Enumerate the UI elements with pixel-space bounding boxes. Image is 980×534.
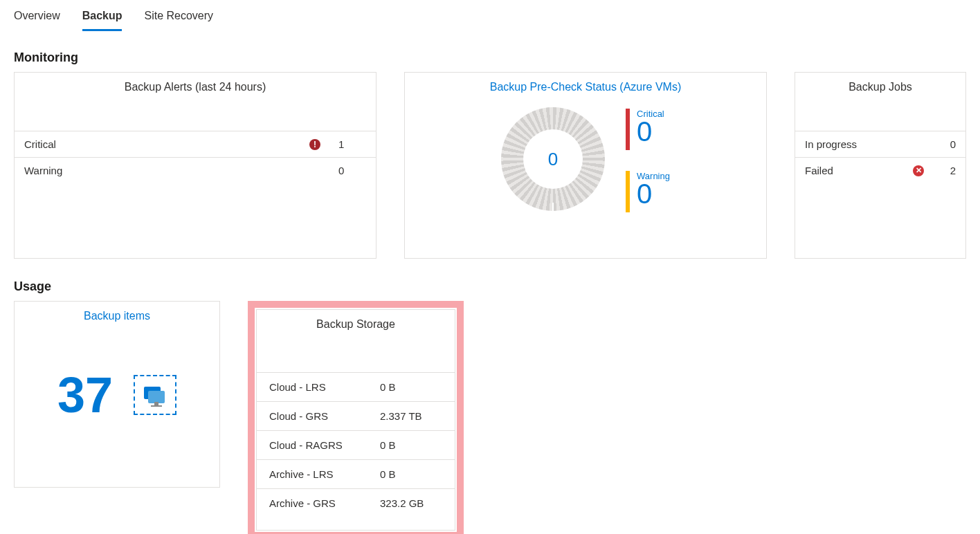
svg-rect-3 bbox=[151, 405, 162, 407]
storage-value: 2.337 TB bbox=[380, 410, 442, 422]
storage-row[interactable]: Cloud - LRS 0 B bbox=[257, 372, 455, 401]
section-usage-title: Usage bbox=[14, 279, 966, 294]
storage-row[interactable]: Archive - GRS 323.2 GB bbox=[257, 488, 455, 517]
card-title-storage: Backup Storage bbox=[257, 310, 455, 338]
svg-rect-1 bbox=[148, 391, 165, 403]
alerts-row-value: 1 bbox=[325, 138, 366, 150]
jobs-row-label: Failed bbox=[805, 165, 909, 176]
card-title-jobs: Backup Jobs bbox=[795, 73, 965, 100]
legend-critical[interactable]: Critical 0 bbox=[626, 109, 670, 150]
jobs-row-inprogress[interactable]: In progress 0 bbox=[795, 131, 965, 157]
failed-icon: ✕ bbox=[909, 165, 928, 176]
storage-label: Cloud - RAGRS bbox=[269, 439, 380, 451]
tab-bar: Overview Backup Site Recovery bbox=[14, 0, 966, 31]
legend-value: 0 bbox=[637, 119, 664, 144]
precheck-legend: Critical 0 Warning 0 bbox=[626, 107, 670, 212]
card-title-backup-items[interactable]: Backup items bbox=[15, 302, 219, 329]
storage-label: Archive - GRS bbox=[269, 497, 380, 509]
card-backup-storage-highlight: Backup Storage Cloud - LRS 0 B Cloud - G… bbox=[248, 301, 464, 534]
storage-label: Archive - LRS bbox=[269, 468, 380, 480]
tab-overview[interactable]: Overview bbox=[14, 6, 60, 31]
card-backup-alerts[interactable]: Backup Alerts (last 24 hours) Critical !… bbox=[14, 72, 376, 259]
alerts-row-label: Warning bbox=[24, 165, 305, 176]
storage-label: Cloud - GRS bbox=[269, 410, 380, 422]
monitoring-row: Backup Alerts (last 24 hours) Critical !… bbox=[14, 72, 966, 259]
card-backup-jobs[interactable]: Backup Jobs In progress 0 Failed ✕ 2 bbox=[795, 72, 966, 259]
tab-site-recovery[interactable]: Site Recovery bbox=[144, 6, 213, 31]
jobs-row-value: 0 bbox=[928, 138, 956, 150]
legend-warning[interactable]: Warning 0 bbox=[626, 171, 670, 212]
storage-label: Cloud - LRS bbox=[269, 381, 380, 393]
precheck-donut: 0 bbox=[501, 107, 605, 211]
backup-items-body: 37 bbox=[15, 329, 219, 461]
storage-value: 323.2 GB bbox=[380, 497, 442, 509]
jobs-row-label: In progress bbox=[805, 138, 909, 150]
alerts-row-value: 0 bbox=[325, 165, 366, 176]
precheck-body: 0 Critical 0 Warning 0 bbox=[405, 100, 766, 239]
precheck-center-value: 0 bbox=[501, 107, 605, 211]
legend-bar-critical bbox=[626, 109, 630, 150]
storage-row[interactable]: Archive - LRS 0 B bbox=[257, 459, 455, 488]
card-precheck[interactable]: Backup Pre-Check Status (Azure VMs) 0 Cr… bbox=[404, 72, 767, 259]
storage-value: 0 B bbox=[380, 439, 442, 451]
legend-value: 0 bbox=[637, 181, 670, 206]
card-backup-items[interactable]: Backup items 37 bbox=[14, 301, 220, 488]
storage-value: 0 B bbox=[380, 381, 442, 393]
alerts-row-label: Critical bbox=[24, 138, 305, 150]
card-backup-storage[interactable]: Backup Storage Cloud - LRS 0 B Cloud - G… bbox=[256, 309, 455, 531]
backup-items-count: 37 bbox=[57, 367, 113, 423]
jobs-row-value: 2 bbox=[928, 165, 956, 176]
alerts-row-critical[interactable]: Critical ! 1 bbox=[15, 131, 376, 157]
storage-value: 0 B bbox=[380, 468, 442, 480]
storage-row[interactable]: Cloud - GRS 2.337 TB bbox=[257, 401, 455, 430]
section-monitoring-title: Monitoring bbox=[14, 50, 966, 65]
card-title-precheck[interactable]: Backup Pre-Check Status (Azure VMs) bbox=[405, 73, 766, 100]
alerts-row-warning[interactable]: Warning 0 bbox=[15, 157, 376, 183]
legend-bar-warning bbox=[626, 171, 630, 212]
storage-row[interactable]: Cloud - RAGRS 0 B bbox=[257, 430, 455, 459]
error-icon: ! bbox=[305, 139, 325, 150]
jobs-row-failed[interactable]: Failed ✕ 2 bbox=[795, 157, 965, 183]
backup-items-icon bbox=[134, 375, 176, 415]
usage-row: Backup items 37 Backup Storage Cloud - L… bbox=[14, 301, 966, 534]
tab-backup[interactable]: Backup bbox=[82, 6, 122, 31]
card-title-alerts: Backup Alerts (last 24 hours) bbox=[15, 73, 376, 100]
